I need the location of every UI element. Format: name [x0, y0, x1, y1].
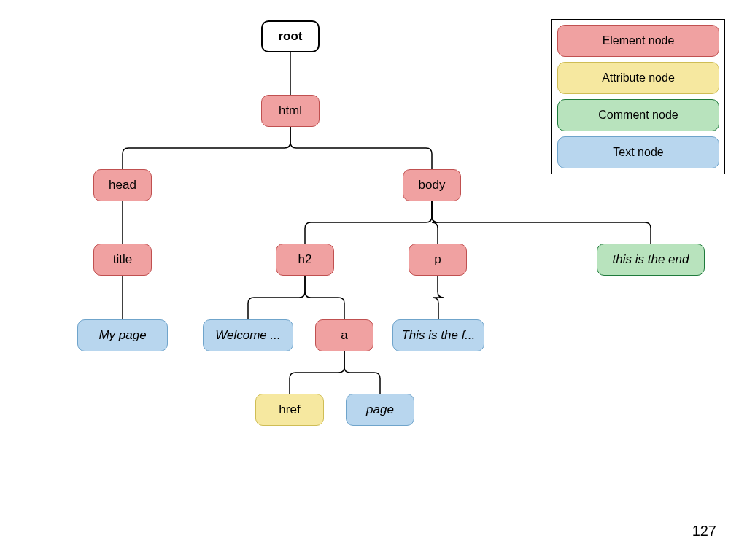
node-comment-end: this is the end: [597, 244, 705, 276]
legend: Element node Attribute node Comment node…: [551, 19, 725, 174]
node-body: body: [403, 169, 461, 201]
node-title: title: [93, 244, 152, 276]
page-number: 127: [692, 523, 716, 540]
dom-tree-diagram: root html head body title h2 p this is t…: [0, 0, 747, 560]
node-text-page: page: [346, 394, 414, 426]
node-p: p: [409, 244, 467, 276]
legend-attribute-node: Attribute node: [557, 62, 719, 94]
node-head: head: [93, 169, 152, 201]
node-a: a: [315, 319, 374, 351]
node-text-welcome: Welcome ...: [203, 319, 293, 351]
legend-comment-node: Comment node: [557, 99, 719, 131]
legend-element-node: Element node: [557, 25, 719, 57]
node-text-mypage: My page: [77, 319, 168, 351]
node-h2: h2: [276, 244, 334, 276]
node-attr-href: href: [255, 394, 324, 426]
legend-text-node: Text node: [557, 136, 719, 168]
node-text-thisisf: This is the f...: [392, 319, 484, 351]
node-root: root: [261, 20, 320, 52]
node-html: html: [261, 95, 320, 127]
